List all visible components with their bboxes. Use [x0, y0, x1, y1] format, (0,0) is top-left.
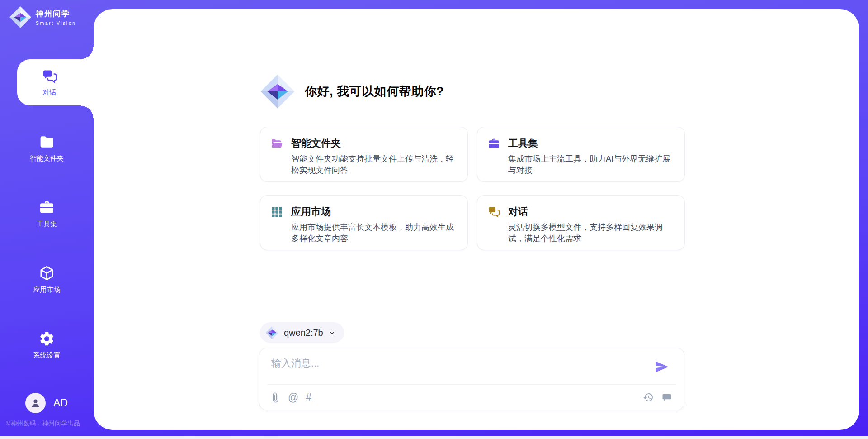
card-title: 智能文件夹: [291, 137, 341, 150]
card-description: 集成市场上主流工具，助力AI与外界无缝扩展与对接: [508, 153, 676, 176]
sidebar-item-label: 系统设置: [33, 351, 61, 360]
cube-icon: [38, 265, 55, 282]
card-title: 对话: [508, 205, 528, 219]
card-title: 工具集: [508, 137, 538, 150]
sidebar: 神州问学 Smart Vision 对话 智能文件夹: [0, 0, 94, 439]
feature-card-toolset[interactable]: 工具集 集成市场上主流工具，助力AI与外界无缝扩展与对接: [477, 127, 685, 182]
sidebar-item-toolset[interactable]: 工具集: [0, 199, 94, 229]
greeting-header: 你好, 我可以如何帮助你?: [260, 73, 444, 110]
folder-open-icon: [270, 137, 283, 150]
model-selector[interactable]: qwen2:7b: [260, 322, 344, 343]
sidebar-item-settings[interactable]: 系统设置: [0, 330, 94, 360]
briefcase-icon: [487, 137, 500, 150]
app-grid-icon: [270, 205, 283, 219]
brand-diamond-icon: [9, 6, 32, 29]
folder-icon: [38, 134, 55, 150]
mention-button[interactable]: @: [288, 392, 298, 403]
new-chat-button[interactable]: [661, 392, 672, 403]
copyright-footer: ©神州数码 · 神州问学出品: [6, 420, 80, 428]
user-name: AD: [53, 397, 68, 409]
main-content: 你好, 我可以如何帮助你? 智能文件夹 智能文件夹功能支持批量文件上传与清洗，轻…: [94, 9, 859, 430]
user-account[interactable]: AD: [25, 393, 68, 413]
message-composer: @ #: [259, 348, 684, 410]
gear-icon: [38, 330, 55, 347]
send-button[interactable]: [654, 359, 669, 374]
assistant-diamond-icon: [260, 73, 295, 110]
sidebar-item-app-market[interactable]: 应用市场: [0, 265, 94, 294]
card-description: 灵活切换多模型文件，支持多样回复效果调试，满足个性化需求: [508, 222, 676, 244]
app-window: 神州问学 Smart Vision 对话 智能文件夹: [0, 0, 868, 439]
sidebar-item-chat[interactable]: 对话: [17, 59, 94, 105]
brand-subtitle: Smart Vision: [36, 20, 76, 26]
sidebar-item-smart-folder[interactable]: 智能文件夹: [0, 134, 94, 163]
person-icon: [29, 397, 42, 409]
hash-icon: #: [306, 392, 311, 403]
card-title: 应用市场: [291, 205, 331, 219]
chat-bubbles-icon: [487, 205, 500, 219]
chat-bubbles-icon: [42, 68, 58, 85]
avatar: [25, 393, 46, 413]
horizontal-scrollbar[interactable]: [0, 436, 868, 439]
feature-card-chat[interactable]: 对话 灵活切换多模型文件，支持多样回复效果调试，满足个性化需求: [477, 195, 685, 250]
send-icon: [654, 359, 669, 374]
composer-toolbar: @ #: [270, 385, 672, 410]
feature-card-app-market[interactable]: 应用市场 应用市场提供丰富长文本模板，助力高效生成多样化文章内容: [260, 195, 468, 250]
sidebar-item-label: 工具集: [37, 220, 57, 229]
history-button[interactable]: [643, 392, 654, 403]
greeting-text: 你好, 我可以如何帮助你?: [305, 83, 444, 100]
briefcase-icon: [38, 199, 55, 216]
sidebar-item-label: 应用市场: [33, 286, 61, 294]
card-description: 智能文件夹功能支持批量文件上传与清洗，轻松实现文件问答: [291, 153, 459, 176]
sidebar-item-label: 对话: [43, 88, 57, 97]
topic-button[interactable]: #: [306, 392, 311, 403]
chat-bubble-icon: [661, 392, 672, 403]
brand-logo: 神州问学 Smart Vision: [9, 6, 76, 29]
chevron-down-icon: [328, 329, 336, 337]
brand-name: 神州问学: [36, 9, 76, 19]
history-icon: [643, 392, 654, 403]
model-diamond-icon: [265, 326, 279, 339]
sidebar-item-label: 智能文件夹: [30, 154, 64, 163]
feature-card-smart-folder[interactable]: 智能文件夹 智能文件夹功能支持批量文件上传与清洗，轻松实现文件问答: [260, 127, 468, 182]
message-input[interactable]: [270, 356, 634, 382]
attach-file-button[interactable]: [270, 392, 281, 403]
feature-cards: 智能文件夹 智能文件夹功能支持批量文件上传与清洗，轻松实现文件问答 工具集 集成…: [260, 127, 685, 250]
at-icon: @: [288, 392, 298, 403]
card-description: 应用市场提供丰富长文本模板，助力高效生成多样化文章内容: [291, 222, 459, 244]
model-name: qwen2:7b: [284, 328, 323, 338]
paperclip-icon: [270, 392, 281, 403]
